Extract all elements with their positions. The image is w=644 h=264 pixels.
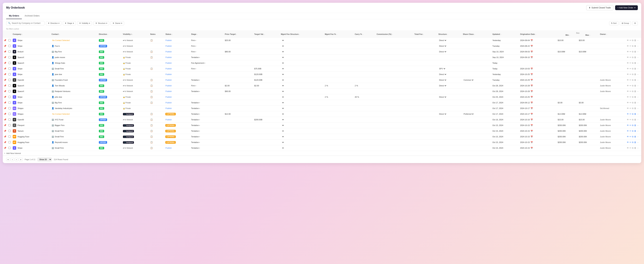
stage-chevron[interactable]: ▾	[199, 91, 200, 92]
unpin-icon[interactable]: 📌	[4, 67, 6, 70]
stage-chevron[interactable]: ▾	[199, 119, 200, 121]
mgmt-fee-struct-select[interactable]	[281, 84, 284, 87]
contact-cell[interactable]: 🏢 Small Firm	[50, 134, 98, 139]
status-badge-publish[interactable]: Publish	[166, 73, 172, 75]
status-badge-publish[interactable]: Publish	[166, 51, 172, 53]
visibility-filter[interactable]: ▼ Visibility ▾	[77, 21, 92, 25]
th-carry[interactable]: Carry % ↕	[354, 31, 376, 38]
mgmt-fee-struct-cell[interactable]	[280, 89, 324, 94]
page-next-button[interactable]: ›	[15, 158, 18, 161]
delete-icon[interactable]: 🗑	[634, 50, 636, 53]
stage-filter[interactable]: ▼ Stage ▾	[63, 21, 76, 25]
row-checkbox[interactable]	[8, 39, 11, 41]
row-checkbox[interactable]	[8, 147, 11, 149]
stage-chevron[interactable]: ▾	[199, 79, 200, 81]
more-icon[interactable]: ···	[637, 135, 639, 138]
structure-select[interactable]: Direct	[438, 50, 447, 53]
page-last-button[interactable]: »	[19, 158, 22, 161]
mgmt-fee-struct-select[interactable]	[281, 62, 284, 64]
view-icon[interactable]: 👁	[627, 113, 629, 115]
contact-cell[interactable]: 🏢 Small Firm	[50, 145, 98, 151]
more-icon[interactable]: ···	[637, 56, 639, 59]
calendar-icon[interactable]: 📅	[530, 73, 533, 76]
submit-closed-trade-button[interactable]: ⬆ Submit Closed Trade	[586, 5, 614, 10]
notes-cell[interactable]: 📋	[149, 66, 164, 72]
more-icon[interactable]: ···	[637, 124, 639, 127]
notes-cell[interactable]: 📋	[149, 89, 164, 94]
calendar-icon[interactable]: 📅	[530, 56, 533, 59]
calendar-icon[interactable]: 📅	[530, 147, 533, 149]
view-icon[interactable]: 👁	[627, 96, 629, 98]
stage-chevron[interactable]: ▾	[199, 108, 200, 109]
delete-icon[interactable]: 🗑	[634, 130, 636, 132]
notes-cell[interactable]: 📋	[149, 123, 164, 128]
notes-cell[interactable]: 📋	[149, 134, 164, 139]
th-target-val[interactable]: Target Val. ↕	[253, 31, 280, 38]
contact-cell[interactable]: 👤 Tom Woods	[50, 83, 98, 89]
contact-cell[interactable]: 🏢 Big Firm	[50, 49, 98, 55]
tab-archived-orders[interactable]: Archived Orders	[22, 13, 42, 19]
delete-icon[interactable]: 🗑	[634, 119, 636, 121]
status-badge-publish[interactable]: Publish	[166, 102, 172, 104]
mgmt-fee-struct-select[interactable]	[281, 39, 284, 41]
notes-cell[interactable]: 📋	[149, 94, 164, 100]
th-company[interactable]: Company ↕	[12, 31, 50, 38]
mgmt-fee-struct-cell[interactable]	[280, 139, 324, 145]
direction-filter[interactable]: ▼ Direction ▾	[46, 21, 61, 25]
view-icon[interactable]: 👁	[627, 45, 629, 47]
edit-icon[interactable]: ✏	[630, 135, 631, 138]
structure-select[interactable]: Direct	[438, 96, 447, 98]
th-stage[interactable]: Stage ↕	[190, 31, 224, 38]
mgmt-fee-struct-cell[interactable]	[280, 100, 324, 106]
edit-icon[interactable]: ✏	[630, 90, 631, 93]
view-icon[interactable]: 👁	[627, 141, 629, 143]
row-checkbox[interactable]	[8, 113, 11, 115]
unpin-icon[interactable]: 📌	[4, 130, 6, 132]
delete-icon[interactable]: 🗑	[634, 147, 636, 149]
copy-icon[interactable]: ⧉	[632, 130, 634, 132]
unpin-icon[interactable]: 📌	[4, 45, 6, 47]
copy-icon[interactable]: ⧉	[632, 45, 634, 47]
stage-chevron[interactable]: ▾	[195, 45, 196, 47]
mgmt-fee-struct-select[interactable]	[281, 50, 284, 53]
stage-chevron[interactable]: ▾	[199, 136, 200, 138]
delete-icon[interactable]: 🗑	[634, 102, 636, 104]
contact-cell[interactable]: No Contact Selected	[50, 38, 98, 43]
delete-icon[interactable]: 🗑	[634, 79, 636, 81]
more-icon[interactable]: ···	[637, 102, 639, 104]
copy-icon[interactable]: ⧉	[632, 67, 634, 70]
unpin-icon[interactable]: 📌	[4, 141, 6, 143]
view-icon[interactable]: 👁	[627, 50, 629, 53]
pin-icon[interactable]: 📌	[4, 50, 6, 53]
mgmt-fee-struct-select[interactable]	[281, 141, 284, 143]
more-icon[interactable]: ···	[637, 107, 639, 110]
unpin-icon[interactable]: 📌	[4, 62, 6, 64]
row-checkbox[interactable]	[8, 67, 11, 70]
view-icon[interactable]: 👁	[627, 73, 629, 76]
contact-cell[interactable]: 👤 jane doe	[50, 72, 98, 77]
copy-icon[interactable]: ⧉	[632, 79, 634, 81]
settings-button[interactable]: ⚙	[632, 21, 638, 25]
pin-icon[interactable]: 📌	[4, 39, 6, 41]
mgmt-fee-struct-cell[interactable]	[280, 145, 324, 151]
stage-chevron[interactable]: ▾	[195, 85, 196, 87]
mgmt-fee-struct-cell[interactable]	[280, 49, 324, 55]
view-icon[interactable]: 👁	[627, 62, 629, 64]
mgmt-fee-struct-select[interactable]	[281, 56, 284, 59]
contact-cell[interactable]: 🏢 Founders Fund	[50, 77, 98, 83]
unpin-icon[interactable]: 📌	[4, 135, 6, 138]
structure-select[interactable]: Direct	[438, 84, 447, 87]
mgmt-fee-struct-cell[interactable]	[280, 106, 324, 111]
row-checkbox[interactable]	[8, 56, 11, 58]
show-rows-select[interactable]: Show 20 Show 50 Show 100	[38, 157, 52, 161]
unpin-icon[interactable]: 📌	[4, 79, 6, 81]
view-icon[interactable]: 👁	[627, 90, 629, 93]
edit-icon[interactable]: ✏	[630, 107, 631, 110]
copy-icon[interactable]: ⧉	[632, 56, 634, 59]
edit-icon[interactable]: ✏	[630, 67, 631, 70]
calendar-icon[interactable]: 📅	[530, 102, 533, 104]
mgmt-fee-struct-cell[interactable]	[280, 134, 324, 139]
copy-icon[interactable]: ⧉	[632, 102, 634, 104]
unpin-icon[interactable]: 📌	[4, 84, 6, 87]
add-interest-button[interactable]: ＋ Add New Interest	[4, 152, 640, 154]
